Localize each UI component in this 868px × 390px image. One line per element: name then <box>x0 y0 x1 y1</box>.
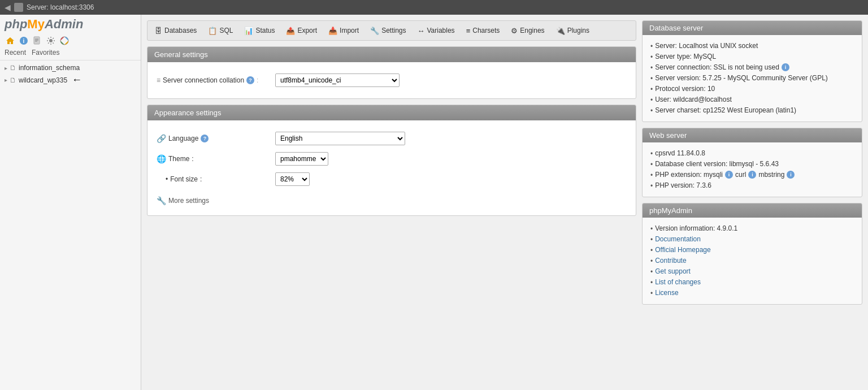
theme-row: 🌐 Theme : pmahomme original <box>157 149 627 169</box>
web-server-item-3: PHP version: 7.3.6 <box>650 180 854 191</box>
variables-icon: ↔ <box>417 27 424 35</box>
db-server-item-1: Server type: MySQL <box>650 51 854 62</box>
more-settings-link[interactable]: 🔧 More settings <box>157 194 627 207</box>
general-settings-header: General settings <box>147 47 636 62</box>
theme-label: Theme <box>168 155 189 163</box>
home-icon <box>6 36 15 45</box>
db-name-information-schema: information_schema <box>19 64 80 72</box>
phpmyadmin-link-support: Get support <box>650 266 854 277</box>
top-bar: ◀ Server: localhost:3306 <box>0 0 868 15</box>
collation-label-wrap: ≡ Server connection collation ? : <box>157 76 270 84</box>
collation-icon: ≡ <box>157 76 160 84</box>
phpmyadmin-version: Version information: 4.9.0.1 <box>650 223 854 234</box>
appearance-settings-title: Appearance settings <box>154 109 222 117</box>
mysqli-info-icon[interactable]: i <box>725 171 733 179</box>
settings-button[interactable]: 🔧 Settings <box>365 24 411 38</box>
favorites-link[interactable]: Favorites <box>32 49 59 57</box>
theme-icon-btn[interactable] <box>59 35 70 46</box>
collation-info-icon[interactable]: ? <box>246 76 254 84</box>
language-info-icon[interactable]: ? <box>201 135 209 142</box>
collation-select[interactable]: utf8mb4_unicode_ci utf8_general_ci latin… <box>275 73 400 87</box>
web-server-text-3: PHP version: 7.3.6 <box>655 181 711 189</box>
appearance-settings-panel: Appearance settings 🔗 Language ? English… <box>147 105 636 216</box>
web-server-panel: Web server cpsrvd 11.84.0.8 Database cli… <box>642 128 862 197</box>
db-icon-2: 🗋 <box>10 76 16 84</box>
import-button[interactable]: 📥 Import <box>323 24 364 38</box>
ssl-info-icon[interactable]: i <box>782 63 789 71</box>
pma-logo: phpMyAdmin <box>5 18 83 31</box>
svg-text:i: i <box>23 38 25 44</box>
export-button[interactable]: 📤 Export <box>281 24 322 38</box>
general-settings-body: ≡ Server connection collation ? : utf8mb… <box>147 62 636 98</box>
get-support-link[interactable]: Get support <box>655 267 691 275</box>
db-expand-icon: ▸ <box>5 65 7 71</box>
appearance-settings-header: Appearance settings <box>147 105 636 120</box>
font-size-select[interactable]: 82% 100% 120% <box>275 172 310 186</box>
sql-icon: 📋 <box>208 27 217 35</box>
db-server-item-2: Server connection: SSL is not being used… <box>650 62 854 73</box>
db-item-wildcard-wp335[interactable]: ▸ 🗋 wildcard_wp335 ← <box>0 73 141 87</box>
charsets-icon: ≡ <box>466 27 471 35</box>
nav-toolbar: 🗄 Databases 📋 SQL 📊 Status 📤 Export 📥 <box>147 20 636 41</box>
settings-icon-btn[interactable] <box>45 35 57 46</box>
web-server-mbstring: mbstring <box>758 171 784 179</box>
home-icon-btn[interactable] <box>5 35 16 46</box>
web-server-body: cpsrvd 11.84.0.8 Database client version… <box>643 142 862 197</box>
web-server-text-1: Database client version: libmysql - 5.6.… <box>655 160 779 168</box>
db-icon: 🗋 <box>10 64 16 72</box>
db-expand-icon-2: ▸ <box>5 77 7 83</box>
databases-button[interactable]: 🗄 Databases <box>150 24 202 38</box>
phpmyadmin-version-text: Version information: 4.9.0.1 <box>655 224 737 232</box>
db-item-information-schema[interactable]: ▸ 🗋 information_schema <box>0 63 141 73</box>
language-select[interactable]: English French German Spanish <box>275 132 405 145</box>
theme-select[interactable]: pmahomme original <box>275 152 328 166</box>
appearance-settings-body: 🔗 Language ? English French German Spani… <box>147 120 636 215</box>
db-server-item-text-5: User: wildcard@localhost <box>655 96 732 103</box>
collapse-button[interactable]: ◀ <box>5 3 11 12</box>
db-server-header: Database server <box>643 21 862 35</box>
plugins-button[interactable]: 🔌 Plugins <box>551 24 594 38</box>
font-size-colon: : <box>200 175 202 183</box>
collation-label: Server connection collation <box>163 76 244 84</box>
status-icon: 📊 <box>244 27 253 35</box>
more-settings-wrap: 🔧 More settings <box>157 189 627 207</box>
info-icon-btn[interactable]: i <box>18 35 29 46</box>
phpmyadmin-list: Version information: 4.9.0.1 Documentati… <box>650 223 854 298</box>
info-icon: i <box>19 36 28 45</box>
contribute-link[interactable]: Contribute <box>655 257 686 265</box>
sidebar-header: phpMyAdmin <box>0 15 141 34</box>
phpmyadmin-link-license: License <box>650 288 854 298</box>
license-link[interactable]: License <box>655 289 678 297</box>
db-server-item-text-3: Server version: 5.7.25 - MySQL Community… <box>655 74 828 82</box>
variables-button[interactable]: ↔ Variables <box>412 24 459 38</box>
server-label: Server: localhost:3306 <box>27 3 94 11</box>
sidebar-icon-bar: i <box>0 34 141 47</box>
general-settings-panel: General settings ≡ Server connection col… <box>147 46 636 99</box>
language-row: 🔗 Language ? English French German Spani… <box>157 128 627 149</box>
more-settings-icon: 🔧 <box>157 196 166 205</box>
db-server-item-3: Server version: 5.7.25 - MySQL Community… <box>650 73 854 84</box>
import-icon: 📥 <box>328 27 337 35</box>
list-of-changes-link[interactable]: List of changes <box>655 278 701 286</box>
db-server-item-text-0: Server: Localhost via UNIX socket <box>655 42 758 50</box>
documentation-link[interactable]: Documentation <box>655 235 701 243</box>
official-homepage-link[interactable]: Official Homepage <box>655 246 711 254</box>
status-button[interactable]: 📊 Status <box>239 24 280 38</box>
db-server-item-0: Server: Localhost via UNIX socket <box>650 41 854 51</box>
page-icon <box>33 36 42 45</box>
curl-info-icon[interactable]: i <box>748 171 756 179</box>
content-area: 🗄 Databases 📋 SQL 📊 Status 📤 Export 📥 <box>141 15 868 390</box>
mbstring-info-icon[interactable]: i <box>787 171 795 179</box>
phpmyadmin-header: phpMyAdmin <box>643 203 862 218</box>
recent-link[interactable]: Recent <box>5 49 26 57</box>
theme-icon <box>60 36 69 45</box>
sql-button[interactable]: 📋 SQL <box>203 24 238 38</box>
page-icon-btn[interactable] <box>32 35 43 46</box>
phpmyadmin-panel: phpMyAdmin Version information: 4.9.0.1 … <box>642 203 862 305</box>
web-server-list: cpsrvd 11.84.0.8 Database client version… <box>650 148 854 191</box>
sidebar: phpMyAdmin i <box>0 15 141 390</box>
phpmyadmin-body: Version information: 4.9.0.1 Documentati… <box>643 218 862 304</box>
font-size-label-wrap: • Font size : <box>157 175 270 183</box>
engines-button[interactable]: ⚙ Engines <box>506 24 549 38</box>
charsets-button[interactable]: ≡ Charsets <box>461 24 505 38</box>
